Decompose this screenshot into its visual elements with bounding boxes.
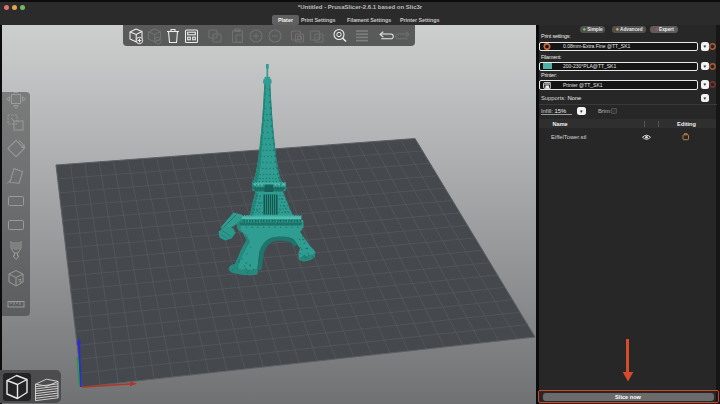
svg-text:P: P (318, 35, 322, 41)
